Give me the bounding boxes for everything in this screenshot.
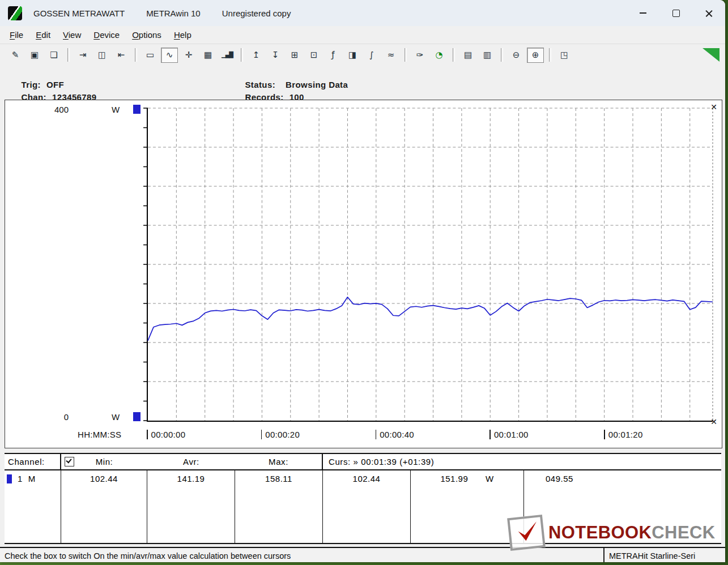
toolbar-separator — [67, 48, 70, 62]
avr-value: 141.19 — [147, 470, 235, 543]
statusbar-hint: Check the box to switch On the min/avr/m… — [0, 551, 603, 560]
x-tick-bar — [489, 430, 491, 439]
toolbar-separator — [405, 48, 407, 62]
wave-clip-icon[interactable]: ∫ — [363, 48, 380, 63]
function-icon[interactable]: ƒ — [325, 48, 342, 63]
yt-chart-view-icon[interactable]: ∿ — [161, 48, 178, 63]
minimize-icon — [640, 12, 646, 14]
annotation-icon[interactable]: ✑ — [411, 48, 428, 63]
x-tick-bar — [376, 430, 377, 439]
toolbar-grip-triangle — [703, 48, 720, 62]
menu-item-options[interactable]: Options — [126, 28, 168, 42]
y-axis-max-label: 400 — [46, 105, 69, 114]
toolbar: ✎▣❏⇥◫⇤▭∿✛▦▁▄█↥↧⊞⊡ƒ◨∫≈✑◔▤▥⊖⊕◳ — [0, 44, 725, 66]
notebookcheck-watermark: NOTEBOOKCHECK — [509, 515, 718, 550]
y-axis-unit-label: W — [112, 105, 120, 114]
toolbar-separator — [501, 48, 503, 62]
cursor-marker-top-icon[interactable]: ✕ — [710, 103, 717, 111]
x-tick-label: 00:00:00 — [151, 430, 186, 439]
x-tick-label: 00:01:00 — [494, 430, 529, 439]
menu-item-edit[interactable]: Edit — [29, 28, 57, 42]
header-min: Min: — [96, 457, 113, 466]
cursor2-value: 151.99 — [440, 474, 468, 483]
min-value: 102.44 — [61, 470, 147, 543]
header-max: Max: — [235, 454, 323, 469]
maximize-button[interactable] — [659, 0, 692, 26]
channel-cell: 1 M — [5, 470, 61, 543]
toolbar-separator — [241, 48, 243, 62]
channel-color-marker-top — [133, 105, 141, 114]
app-window: GOSSEN METRAWATT METRAwin 10 Unregistere… — [0, 0, 725, 562]
x-axis-tick: 00:00:20 — [261, 430, 300, 439]
header-min-cell: Min: — [61, 454, 147, 469]
title-license: Unregistered copy — [222, 8, 291, 18]
tooltip-icon[interactable]: ◳ — [556, 48, 573, 63]
x-tick-bar — [147, 430, 148, 439]
import-graph-icon[interactable]: ↧ — [267, 48, 284, 63]
toolbar-separator — [135, 48, 137, 62]
cursor-marker-bottom-icon[interactable]: ✕ — [710, 418, 717, 426]
menu-item-device[interactable]: Device — [87, 28, 126, 42]
title-product: METRAwin 10 — [146, 8, 201, 18]
x-axis-tick: 00:00:40 — [376, 430, 414, 439]
cursor1-value: 102.44 — [323, 470, 411, 543]
titlebar[interactable]: GOSSEN METRAWATT METRAwin 10 Unregistere… — [0, 0, 725, 26]
statistics-view-icon[interactable]: ▁▄█ — [219, 48, 236, 63]
card-snapshot-icon[interactable]: ◫ — [93, 48, 110, 63]
x-tick-label: 00:00:20 — [265, 430, 300, 439]
watermark-notebook: NOTEBOOK — [548, 523, 652, 542]
title-app-name: GOSSEN METRAWATT — [33, 8, 125, 18]
xy-chart-view-icon[interactable]: ✛ — [180, 48, 197, 63]
zoom-out-icon[interactable]: ⊖ — [508, 48, 525, 63]
toolbar-separator — [549, 48, 551, 62]
monitor-icon[interactable]: ⊡ — [305, 48, 322, 63]
x-tick-label: 00:01:20 — [608, 430, 643, 439]
card-import-icon[interactable]: ⇤ — [113, 48, 130, 63]
card-export-icon[interactable]: ⇥ — [74, 48, 91, 63]
zoom-in-icon[interactable]: ⊕ — [527, 48, 544, 63]
y-axis-min-label: 0 — [46, 412, 69, 422]
print-preview-icon[interactable]: ▤ — [459, 48, 476, 63]
x-axis-tick: 00:00:00 — [147, 430, 185, 439]
menu-item-view[interactable]: View — [57, 28, 87, 42]
window-title: GOSSEN METRAWATT METRAwin 10 Unregistere… — [33, 8, 291, 18]
menubar: FileEditViewDeviceOptionsHelp — [0, 26, 725, 44]
max-value: 158.11 — [235, 470, 323, 543]
power-trace-chart — [148, 108, 713, 421]
menu-item-file[interactable]: File — [3, 28, 29, 42]
header-avr: Avr: — [147, 454, 235, 469]
x-tick-label: 00:00:40 — [380, 430, 414, 439]
x-axis-tick: 00:01:20 — [604, 430, 642, 439]
close-button[interactable] — [692, 0, 725, 26]
save-data-icon[interactable]: ▣ — [26, 48, 43, 63]
wave-envelope-icon[interactable]: ≈ — [382, 48, 399, 63]
x-tick-bar — [261, 430, 262, 439]
watermark-check: CHECK — [652, 523, 715, 542]
channel-number: 1 — [18, 474, 23, 483]
grid-settings-icon[interactable]: ⊞ — [286, 48, 303, 63]
save-setup-icon[interactable]: ✎ — [7, 48, 24, 63]
cursor-table-header: Channel: Min: Avr: Max: Curs: » 00:01:39… — [5, 454, 721, 470]
app-logo-icon — [8, 6, 22, 20]
open-file-icon[interactable]: ❏ — [45, 48, 62, 63]
notebookcheck-logo-icon — [507, 515, 546, 551]
plot-area[interactable]: ✕ ✕ — [147, 108, 713, 422]
watermark-text: NOTEBOOKCHECK — [548, 523, 716, 543]
channel-color-marker-bottom — [133, 412, 141, 421]
keyboard-entry-icon[interactable]: ▭ — [142, 48, 159, 63]
minimize-button[interactable] — [627, 0, 659, 26]
check-icon — [514, 520, 539, 545]
cursor2-unit: W — [486, 474, 494, 483]
table-view-icon[interactable]: ▦ — [199, 48, 216, 63]
export-graph-icon[interactable]: ↥ — [248, 48, 265, 63]
timer-icon[interactable]: ◔ — [431, 48, 448, 63]
y-axis-unit-label-bottom: W — [112, 412, 120, 422]
numeric-display-icon[interactable]: ◨ — [344, 48, 361, 63]
menu-item-help[interactable]: Help — [168, 28, 198, 42]
x-axis-tick: 00:01:00 — [489, 430, 528, 439]
cursor2-value-cell: 151.99 W — [411, 470, 524, 543]
minmax-calc-checkbox[interactable] — [65, 457, 74, 466]
print-icon[interactable]: ▥ — [479, 48, 496, 63]
channel-mode: M — [28, 474, 36, 483]
maximize-icon — [672, 10, 680, 17]
